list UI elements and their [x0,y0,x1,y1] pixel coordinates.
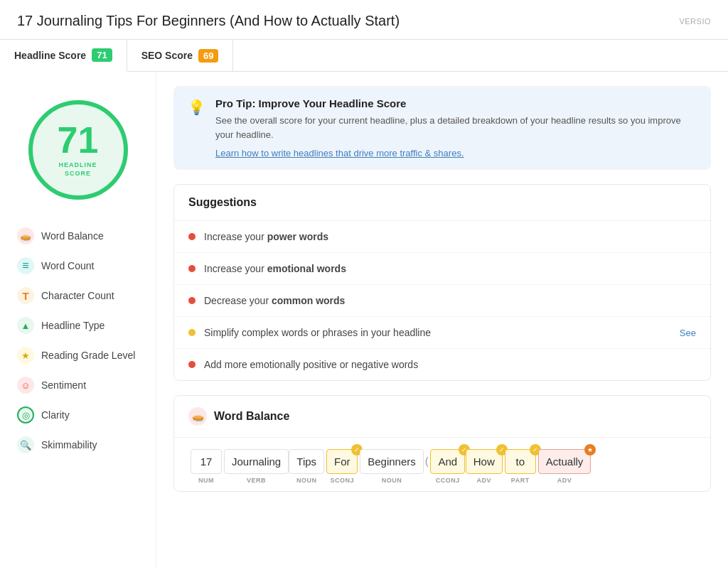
main-content: 71 HEADLINESCORE 🥧 Word Balance ≡ Word C… [0,72,728,569]
paren-open: ( [424,449,430,473]
word-box-actually: Actually ★ [538,449,592,474]
word-token-tips: Tips NOUN [289,449,324,485]
sidebar-item-label: Word Balance [41,230,104,242]
suggestion-text: Increase your power words [204,231,328,242]
word-box-for: For ✓ [326,449,358,474]
suggestion-item-common-words: Decrease your common words [174,285,710,317]
word-box-and: And ✓ [430,449,465,474]
pro-tip-box: 💡 Pro Tip: Improve Your Headline Score S… [173,86,711,170]
suggestion-text: Increase your emotional words [204,263,346,274]
sidebar-item-label: Skimmability [41,439,97,451]
score-circle: 71 HEADLINESCORE [28,100,128,200]
suggestion-list: Increase your power words Increase your … [174,221,710,380]
word-type-journaling: VERB [247,477,266,484]
sidebar-item-sentiment[interactable]: ☺ Sentiment [11,370,144,400]
sidebar-item-list: 🥧 Word Balance ≡ Word Count T Character … [0,221,156,460]
sentiment-icon: ☺ [17,377,34,394]
lightbulb-icon: 💡 [188,99,205,116]
word-balance-header: 🥧 Word Balance [174,396,710,438]
skimmability-icon: 🔍 [17,436,34,453]
suggestion-item-emotional-words: Increase your emotional words [174,253,710,285]
pro-tip-title: Pro Tip: Improve Your Headline Score [215,97,697,109]
red-dot-icon [188,233,196,240]
word-type-actually: ADV [557,477,572,484]
suggestions-section: Suggestions Increase your power words In… [173,184,711,381]
sidebar-item-headline-type[interactable]: ▲ Headline Type [11,311,144,340]
yellow-dot-icon [188,329,196,336]
header: 17 Journaling Tips For Beginners (And Ho… [0,0,728,40]
clarity-icon: ◎ [17,406,34,424]
character-count-icon: T [17,287,34,304]
red-dot-icon [188,361,196,368]
word-token-actually: Actually ★ ADV [538,449,592,485]
word-balance-title: Word Balance [214,410,289,423]
word-box-tips: Tips [289,449,324,474]
right-panel: 💡 Pro Tip: Improve Your Headline Score S… [156,72,728,569]
word-token-paren-open: ( [424,449,430,485]
suggestion-item-simplify: Simplify complex words or phrases in you… [174,317,710,349]
tab-seo[interactable]: SEO Score 69 [127,40,234,71]
sidebar-item-label: Sentiment [41,379,86,391]
red-dot-icon [188,297,196,304]
score-value: 71 [58,122,99,158]
sidebar-item-word-count[interactable]: ≡ Word Count [11,251,144,281]
word-token-for: For ✓ SCONJ [324,449,360,485]
word-type-beginners: NOUN [382,477,402,484]
sidebar-item-character-count[interactable]: T Character Count [11,281,144,311]
sidebar-item-skimmability[interactable]: 🔍 Skimmability [11,430,144,460]
sidebar-item-label: Character Count [41,290,114,301]
version-label: VERSIO [679,17,711,26]
word-token-beginners: Beginners NOUN [360,449,424,485]
score-label: HEADLINESCORE [58,161,97,178]
word-tokens-container: 17 NUM Journaling VERB Tips NOUN [174,438,710,491]
suggestion-item-emotional-positive: Add more emotionally positive or negativ… [174,349,710,380]
pro-tip-content: Pro Tip: Improve Your Headline Score See… [215,97,697,158]
word-box-to: to ✓ [505,449,536,474]
word-box-beginners: Beginners [360,449,424,474]
sidebar: 71 HEADLINESCORE 🥧 Word Balance ≡ Word C… [0,72,156,569]
suggestions-header: Suggestions [174,185,710,221]
headline-type-icon: ▲ [17,317,34,334]
sidebar-item-label: Headline Type [41,320,105,331]
sidebar-item-label: Word Count [41,260,94,271]
word-count-icon: ≡ [17,257,34,274]
sidebar-item-label: Clarity [41,409,70,421]
word-type-and: CCONJ [436,477,460,484]
suggestion-text: Add more emotionally positive or negativ… [204,359,418,370]
word-token-to: to ✓ PART [503,449,538,485]
word-box-how: How ✓ [466,449,503,474]
word-type-to: PART [511,477,530,484]
word-type-for: SCONJ [330,477,354,484]
seo-score-badge: 69 [198,49,218,63]
sidebar-item-word-balance[interactable]: 🥧 Word Balance [11,221,144,251]
word-token-and: And ✓ CCONJ [430,449,466,485]
word-type-how: ADV [477,477,492,484]
tab-seo-label: SEO Score [141,50,193,61]
suggestion-text: Decrease your common words [204,295,345,306]
word-type-tips: NOUN [296,477,317,484]
pro-tip-text: See the overall score for your current h… [215,114,697,141]
tab-headline-label: Headline Score [14,50,86,61]
tab-bar: Headline Score 71 SEO Score 69 [0,40,728,72]
word-type-17: NUM [198,477,214,484]
red-dot-icon [188,265,196,272]
sidebar-item-reading-grade[interactable]: ★ Reading Grade Level [11,340,144,370]
word-balance-header-icon: 🥧 [188,407,207,426]
app-container: 17 Journaling Tips For Beginners (And Ho… [0,0,728,577]
badge-actually: ★ [584,444,596,455]
pro-tip-link[interactable]: Learn how to write headlines that drive … [215,148,464,158]
word-token-journaling: Journaling VERB [224,449,289,485]
sidebar-item-label: Reading Grade Level [41,350,135,361]
see-link[interactable]: See [680,328,696,338]
suggestions-title: Suggestions [188,196,257,209]
score-circle-container: 71 HEADLINESCORE [0,86,156,221]
sidebar-item-clarity[interactable]: ◎ Clarity [11,400,144,430]
page-title: 17 Journaling Tips For Beginners (And Ho… [17,13,400,29]
tab-headline[interactable]: Headline Score 71 [0,40,127,72]
word-box-17: 17 [191,449,222,474]
word-token-17: 17 NUM [188,449,224,485]
word-box-journaling: Journaling [224,449,289,474]
headline-score-badge: 71 [92,48,112,62]
suggestion-text: Simplify complex words or phrases in you… [204,327,431,338]
word-token-how: How ✓ ADV [466,449,503,485]
